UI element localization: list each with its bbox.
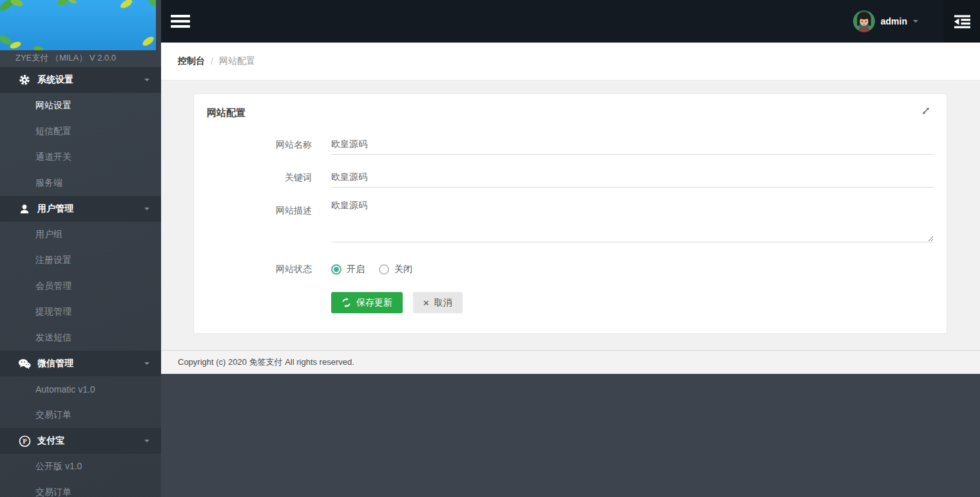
breadcrumb-current: 网站配置 xyxy=(219,55,255,67)
keywords-input[interactable] xyxy=(331,167,934,188)
sidebar-item-label: 用户管理 xyxy=(37,203,144,215)
cancel-button-label: 取消 xyxy=(434,297,452,309)
gear-icon xyxy=(17,74,32,86)
username-label: admin xyxy=(881,16,907,26)
sidebar-item-send-sms[interactable]: 发送短信 xyxy=(0,325,161,351)
logo-banner-image xyxy=(0,0,156,50)
form-row-keywords: 关键词 xyxy=(207,167,934,188)
sidebar-item-user-management[interactable]: 用户管理 xyxy=(0,196,161,222)
site-status-label: 网站状态 xyxy=(207,262,331,275)
sidebar-item-system-settings[interactable]: 系统设置 xyxy=(0,67,161,93)
panel-title: 网站配置 xyxy=(207,107,934,119)
chevron-down-icon xyxy=(144,208,149,210)
sidebar-menu: 系统设置 网站设置 短信配置 通道开关 服务端 用户管理 用户组 注册设置 会员… xyxy=(0,67,161,497)
save-button-label: 保存更新 xyxy=(356,297,392,309)
site-name-label: 网站名称 xyxy=(207,134,331,155)
breadcrumb: 控制台 / 网站配置 xyxy=(161,43,980,81)
status-option-on[interactable]: 开启 xyxy=(331,264,365,275)
sidebar-item-alipay-orders[interactable]: 交易订单 xyxy=(0,480,161,497)
description-label: 网站描述 xyxy=(207,200,331,245)
copyright-text: Copyright (c) 2020 免签支付 All rights reser… xyxy=(178,356,354,368)
caret-down-icon xyxy=(913,20,918,23)
sidebar-item-member-management[interactable]: 会员管理 xyxy=(0,273,161,299)
breadcrumb-separator: / xyxy=(211,56,213,66)
sidebar-item-label: 系统设置 xyxy=(37,74,144,86)
sidebar-item-wechat-orders[interactable]: 交易订单 xyxy=(0,402,161,428)
site-name-input[interactable] xyxy=(331,134,934,155)
control-sidebar-toggle-button[interactable] xyxy=(944,0,980,43)
sidebar-item-server[interactable]: 服务端 xyxy=(0,170,161,196)
cancel-button[interactable]: × 取消 xyxy=(413,292,463,313)
user-dropdown[interactable]: admin xyxy=(845,10,926,32)
radio-unchecked-icon[interactable] xyxy=(379,264,389,275)
status-option-off[interactable]: 关闭 xyxy=(379,264,412,275)
breadcrumb-home-link[interactable]: 控制台 xyxy=(178,55,205,67)
top-navbar: admin xyxy=(161,0,980,43)
wechat-icon xyxy=(17,358,32,369)
chevron-down-icon xyxy=(144,79,149,81)
form-row-status: 网站状态 开启 关闭 xyxy=(207,262,934,275)
close-icon: × xyxy=(423,298,429,307)
main-column: admin 控制台 / 网站配置 网站配置 xyxy=(161,0,980,497)
form-actions: 保存更新 × 取消 xyxy=(331,292,934,313)
sidebar-item-site-settings[interactable]: 网站设置 xyxy=(0,93,161,119)
empty-background xyxy=(161,374,980,497)
refresh-icon xyxy=(341,298,351,307)
keywords-label: 关键词 xyxy=(207,167,331,188)
sidebar-item-user-group[interactable]: 用户组 xyxy=(0,222,161,248)
svg-text:P: P xyxy=(23,438,27,445)
sidebar-item-register-settings[interactable]: 注册设置 xyxy=(0,248,161,273)
content-area: 网站配置 网站名称 关键词 xyxy=(161,81,980,350)
sidebar-item-automatic-v1[interactable]: Automatic v1.0 xyxy=(0,376,161,402)
sidebar: ZYE支付 （MILA） V 2.0.0 系统设置 网站设置 短信配置 通道开关… xyxy=(0,0,161,497)
description-textarea[interactable]: 欧皇源码 xyxy=(331,200,934,242)
hamburger-menu-icon[interactable] xyxy=(171,6,200,36)
radio-checked-icon[interactable] xyxy=(331,264,341,275)
sidebar-item-withdraw-management[interactable]: 提现管理 xyxy=(0,299,161,325)
site-config-form: 网站名称 关键词 网站描述 欧皇源码 xyxy=(207,134,934,313)
sidebar-item-channel-switch[interactable]: 通道开关 xyxy=(0,144,161,170)
sidebar-item-wechat-management[interactable]: 微信管理 xyxy=(0,351,161,376)
expand-panel-button[interactable] xyxy=(919,104,932,117)
app-version-label: ZYE支付 （MILA） V 2.0.0 xyxy=(0,50,161,67)
form-row-site-name: 网站名称 xyxy=(207,134,934,155)
footer: Copyright (c) 2020 免签支付 All rights reser… xyxy=(161,350,980,374)
avatar xyxy=(853,10,875,32)
site-config-panel: 网站配置 网站名称 关键词 xyxy=(193,93,947,334)
chevron-down-icon xyxy=(144,362,149,365)
status-on-label: 开启 xyxy=(347,264,365,275)
sidebar-item-alipay[interactable]: P 支付宝 xyxy=(0,428,161,454)
sidebar-item-sms-config[interactable]: 短信配置 xyxy=(0,119,161,144)
user-icon xyxy=(17,203,32,215)
sidebar-item-public-v1[interactable]: 公开版 v1.0 xyxy=(0,454,161,480)
status-off-label: 关闭 xyxy=(394,264,412,275)
sidebar-item-label: 微信管理 xyxy=(37,358,144,369)
form-row-description: 网站描述 欧皇源码 xyxy=(207,200,934,245)
expand-icon xyxy=(921,106,931,116)
indent-lines-icon xyxy=(954,14,971,29)
chevron-down-icon xyxy=(144,440,149,442)
sidebar-item-label: 支付宝 xyxy=(37,435,144,447)
save-button[interactable]: 保存更新 xyxy=(331,292,403,313)
alipay-icon: P xyxy=(17,435,32,447)
